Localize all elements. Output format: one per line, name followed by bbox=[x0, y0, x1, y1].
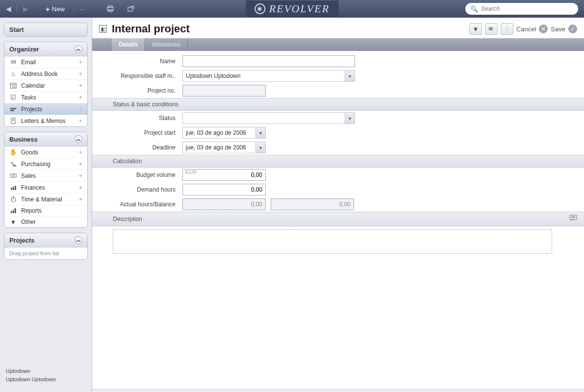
sidebar-item-letters-memos[interactable]: Letters & Memos + bbox=[4, 115, 87, 126]
content-area: ◧ Internal project ▼ 👁 ❕ Cancel ✕ Save ✓ bbox=[92, 18, 584, 392]
footer-status: Uptodown Uptodown Uptodown bbox=[4, 363, 88, 387]
projects-collapse-button[interactable]: ︽ bbox=[75, 236, 82, 244]
add-icon[interactable]: + bbox=[78, 58, 82, 66]
budget-label: Budget volume bbox=[99, 172, 182, 178]
projects-panel-title: Projects bbox=[9, 237, 34, 244]
add-icon[interactable]: + bbox=[78, 172, 82, 179]
nav-forward-button[interactable]: ▶ bbox=[22, 5, 29, 12]
add-icon[interactable]: + bbox=[78, 94, 82, 101]
business-collapse-button[interactable]: ︽ bbox=[75, 135, 82, 143]
responsible-select[interactable]: Uptodown Uptodown ▾ bbox=[182, 70, 355, 82]
sidebar-item-tasks[interactable]: ☑ Tasks + bbox=[4, 92, 87, 103]
sidebar-item-calendar[interactable]: 31 Calendar + bbox=[4, 80, 87, 92]
search-box[interactable]: 🔍 bbox=[465, 3, 578, 15]
add-icon[interactable]: + bbox=[78, 105, 82, 113]
svg-rect-7 bbox=[10, 108, 16, 109]
actual-label: Actual hours/Balance bbox=[99, 201, 182, 208]
document-icon bbox=[9, 118, 17, 124]
project-start-value: jue, 03 de ago de 2006 bbox=[183, 129, 255, 136]
sidebar-item-finances[interactable]: Finances + bbox=[4, 182, 87, 194]
save-button[interactable]: Save ✓ bbox=[551, 24, 577, 33]
description-textarea[interactable] bbox=[113, 229, 552, 254]
add-icon[interactable]: + bbox=[78, 184, 82, 191]
eye-button[interactable]: 👁 bbox=[485, 23, 498, 35]
svg-rect-3 bbox=[128, 7, 132, 11]
start-panel: Start bbox=[4, 23, 88, 37]
plus-icon: + bbox=[46, 5, 50, 13]
calculation-section-header: Calculation bbox=[92, 155, 584, 168]
deadline-date[interactable]: jue, 03 de ago de 2006 ▾ bbox=[182, 142, 266, 153]
add-icon[interactable]: + bbox=[78, 148, 82, 156]
project-start-label: Project start bbox=[99, 129, 182, 136]
add-icon[interactable]: + bbox=[78, 196, 82, 203]
projects-panel: Projects ︽ Drag project from list bbox=[4, 233, 88, 260]
sidebar-item-projects[interactable]: Projects + bbox=[4, 103, 87, 115]
add-icon[interactable]: + bbox=[78, 160, 82, 168]
sidebar-item-label: Finances bbox=[21, 184, 45, 191]
svg-rect-18 bbox=[15, 186, 16, 190]
add-icon[interactable]: + bbox=[78, 117, 82, 124]
responsible-value: Uptodown Uptodown bbox=[183, 73, 345, 79]
budget-currency: EUR bbox=[185, 169, 197, 175]
sidebar-item-address-book[interactable]: ⌂ Address Book + bbox=[4, 68, 87, 80]
sidebar-item-goods[interactable]: ✋ Goods + bbox=[4, 147, 87, 158]
check-icon: ✓ bbox=[568, 24, 577, 33]
chevron-down-icon[interactable]: ▾ bbox=[255, 142, 265, 153]
svg-rect-23 bbox=[13, 210, 14, 213]
sidebar-item-purchasing[interactable]: Purchasing + bbox=[4, 158, 87, 170]
tab-details[interactable]: Details bbox=[112, 38, 145, 51]
projects-drop-area[interactable]: Drag project from list bbox=[4, 247, 87, 259]
hand-icon: ✋ bbox=[9, 149, 17, 156]
new-button[interactable]: + New bbox=[42, 4, 69, 14]
name-label: Name bbox=[99, 58, 182, 65]
status-select[interactable]: ▾ bbox=[182, 112, 355, 124]
svg-rect-1 bbox=[108, 6, 112, 7]
popout-icon[interactable] bbox=[126, 5, 136, 13]
balance-input bbox=[271, 198, 354, 210]
brand-gear-icon: ✱ bbox=[254, 3, 265, 14]
chevron-down-icon[interactable]: ▾ bbox=[345, 113, 355, 123]
start-panel-title[interactable]: Start bbox=[9, 26, 24, 33]
svg-point-13 bbox=[15, 165, 17, 167]
alert-button[interactable]: ❕ bbox=[501, 23, 513, 35]
name-input[interactable] bbox=[182, 55, 355, 67]
sidebar-item-time-material[interactable]: Time & Material + bbox=[4, 194, 87, 205]
minus-button[interactable]: – bbox=[79, 5, 86, 12]
sidebar-item-other[interactable]: ▼ Other bbox=[4, 217, 87, 227]
chevron-down-icon[interactable]: ▾ bbox=[255, 127, 265, 138]
sidebar-item-email[interactable]: ✉ Email + bbox=[4, 56, 87, 68]
sidebar-item-sales[interactable]: Sales + bbox=[4, 170, 87, 182]
project-no-input bbox=[182, 85, 266, 97]
add-icon[interactable]: + bbox=[78, 82, 82, 89]
sidebar-item-reports[interactable]: Reports bbox=[4, 205, 87, 217]
check-icon: ☑ bbox=[9, 94, 17, 101]
search-input[interactable] bbox=[481, 5, 573, 12]
organizer-title: Organizer bbox=[9, 46, 39, 53]
demand-label: Demand hours bbox=[99, 186, 182, 193]
note-icon[interactable] bbox=[569, 215, 577, 223]
sidebar-item-label: Projects bbox=[21, 106, 42, 113]
sidebar-item-label: Tasks bbox=[21, 94, 36, 101]
business-title: Business bbox=[9, 136, 38, 143]
tab-milestones[interactable]: Milestones bbox=[145, 38, 187, 51]
add-icon[interactable]: + bbox=[78, 70, 82, 77]
print-icon[interactable] bbox=[105, 5, 115, 13]
triangle-down-icon: ▼ bbox=[472, 25, 479, 33]
chevron-down-icon[interactable]: ▾ bbox=[345, 71, 355, 81]
cancel-label: Cancel bbox=[516, 25, 536, 33]
demand-input[interactable] bbox=[182, 184, 266, 196]
sidebar-item-label: Address Book bbox=[21, 71, 58, 77]
sidebar-item-label: Other bbox=[21, 219, 36, 225]
calendar-icon: 31 bbox=[9, 82, 17, 89]
brand-name: revolver bbox=[269, 2, 330, 15]
money-icon bbox=[9, 172, 17, 179]
actual-hours-input bbox=[182, 198, 266, 210]
collapse-content-icon[interactable]: ◧ bbox=[99, 25, 107, 33]
filter-button[interactable]: ▼ bbox=[469, 23, 482, 35]
sidebar-item-label: Sales bbox=[21, 172, 36, 179]
project-start-date[interactable]: jue, 03 de ago de 2006 ▾ bbox=[182, 127, 266, 139]
svg-point-15 bbox=[12, 175, 14, 177]
organizer-collapse-button[interactable]: ︽ bbox=[75, 45, 82, 53]
cancel-button[interactable]: Cancel ✕ bbox=[516, 24, 548, 33]
nav-back-button[interactable]: ◀ bbox=[5, 5, 12, 12]
